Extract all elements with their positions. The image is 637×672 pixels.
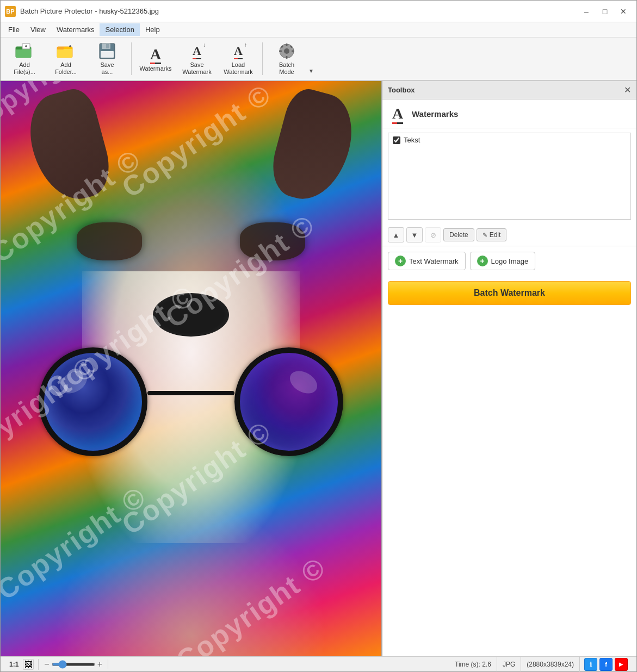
toolbox-watermarks-section: A Watermarks [382, 99, 636, 128]
add-logo-icon: + [477, 256, 488, 266]
add-files-button[interactable]: AddFile(s)... [5, 39, 44, 78]
watermark-item-tekst[interactable]: Tekst [388, 133, 630, 147]
svg-point-16 [284, 48, 289, 54]
move-down-button[interactable]: ▼ [406, 227, 423, 242]
eye-right [240, 222, 305, 260]
app-icon: BP [5, 6, 16, 17]
move-up-button[interactable]: ▲ [388, 227, 404, 242]
youtube-button[interactable]: ▶ [615, 658, 628, 671]
format-status: JPG [497, 657, 521, 672]
menu-watermarks[interactable]: Watermarks [51, 23, 100, 36]
watermarks-button[interactable]: A Watermarks [136, 39, 175, 78]
batch-mode-button[interactable]: BatchMode [267, 39, 306, 78]
glass-right [234, 347, 343, 456]
title-bar-left: BP Batch Picture Protector - husky-52123… [5, 6, 159, 17]
minimize-button[interactable]: – [578, 4, 595, 19]
add-text-watermark-label: Text Watermark [409, 257, 459, 265]
menu-bar: File View Watermarks Selection Help [1, 22, 636, 38]
add-folder-label: AddFolder... [55, 61, 77, 76]
save-as-icon [97, 42, 117, 60]
batch-dropdown-arrow[interactable]: ▼ [308, 39, 315, 78]
svg-rect-8 [57, 47, 64, 49]
zoom-thumbnail-button[interactable]: 🖼 [23, 659, 34, 670]
status-bar: 1:1 🖼 − + Time (s): 2.6 JPG (2880x3839x2… [1, 656, 636, 671]
save-watermark-label: SaveWatermark [182, 61, 211, 76]
chin-area [55, 505, 327, 668]
add-folder-icon [56, 42, 76, 60]
app-window: BP Batch Picture Protector - husky-52123… [0, 0, 637, 672]
menu-file[interactable]: File [3, 23, 25, 36]
delete-button[interactable]: Delete [443, 228, 474, 241]
image-panel: Copyright © Copyright © Copyright © Copy… [1, 81, 381, 668]
svg-rect-7 [57, 49, 72, 58]
add-files-icon [15, 42, 34, 60]
batch-watermark-button[interactable]: Batch Watermark [388, 281, 631, 305]
time-status: Time (s): 2.6 [449, 657, 497, 672]
window-controls: – □ ✕ [578, 4, 632, 19]
add-text-icon: + [395, 256, 406, 266]
watermarks-icon: A [146, 45, 165, 64]
watermarks-section-label: Watermarks [412, 109, 458, 119]
glasses-bridge [147, 391, 234, 395]
nose [153, 293, 229, 337]
toolbox-control-buttons: ▲ ▼ ⊘ Delete ✎ Edit [382, 224, 636, 246]
maximize-button[interactable]: □ [596, 4, 614, 19]
svg-rect-1 [16, 49, 31, 58]
save-as-label: Saveas... [100, 61, 114, 76]
zoom-plus-button[interactable]: + [96, 659, 103, 669]
add-watermark-row: + Text Watermark + Logo Image [382, 246, 636, 276]
svg-rect-19 [279, 50, 282, 52]
save-watermark-icon: A ↓ [187, 42, 207, 60]
zoom-slider-area: − + [39, 659, 108, 669]
watermark-checkbox-tekst[interactable] [393, 136, 400, 144]
watermarks-label: Watermarks [140, 65, 172, 72]
menu-view[interactable]: View [25, 23, 51, 36]
batch-mode-label: BatchMode [279, 61, 294, 76]
zoom-label: 1:1 [9, 661, 18, 668]
add-logo-image-button[interactable]: + Logo Image [470, 252, 536, 270]
watermark-item-label: Tekst [404, 136, 420, 144]
toolbox-close-button[interactable]: ✕ [624, 85, 631, 95]
menu-selection[interactable]: Selection [100, 23, 139, 36]
add-text-watermark-button[interactable]: + Text Watermark [388, 252, 466, 270]
zoom-control: 1:1 🖼 [5, 659, 39, 670]
load-watermark-label: LoadWatermark [224, 61, 252, 76]
svg-rect-20 [292, 50, 294, 52]
save-as-button[interactable]: Saveas... [88, 39, 127, 78]
image-canvas: Copyright © Copyright © Copyright © Copy… [1, 81, 381, 668]
batch-mode-icon [277, 42, 296, 60]
info-button[interactable]: ℹ [584, 658, 597, 671]
watermarks-list: Tekst [388, 133, 631, 220]
load-watermark-icon: A ↑ [228, 42, 248, 60]
svg-rect-18 [286, 56, 288, 59]
toolbar: AddFile(s)... AddFolder... [1, 38, 636, 81]
add-files-label: AddFile(s)... [14, 61, 35, 76]
svg-rect-17 [286, 43, 288, 46]
load-watermark-button[interactable]: A ↑ LoadWatermark [219, 39, 258, 78]
title-bar: BP Batch Picture Protector - husky-52123… [1, 1, 636, 22]
watermarks-section-icon: A [388, 104, 407, 123]
toolbar-separator-2 [262, 42, 263, 75]
add-logo-image-label: Logo Image [491, 257, 529, 265]
toolbox-title: Toolbox [388, 86, 415, 94]
zoom-minus-button[interactable]: − [43, 659, 50, 669]
dimensions-status: (2880x3839x24) [521, 657, 580, 672]
edit-button[interactable]: ✎ Edit [477, 228, 507, 241]
husky-image: Copyright © Copyright © Copyright © Copy… [1, 81, 381, 668]
facebook-button[interactable]: f [599, 658, 613, 671]
zoom-slider[interactable] [52, 663, 95, 666]
status-social-icons: ℹ f ▶ [580, 658, 632, 671]
menu-help[interactable]: Help [140, 23, 165, 36]
svg-rect-14 [101, 51, 114, 58]
window-title: Batch Picture Protector - husky-5212365.… [20, 7, 159, 15]
glass-left [39, 347, 147, 456]
content-wrapper: Copyright © Copyright © Copyright © Copy… [1, 81, 636, 671]
disable-button[interactable]: ⊘ [425, 227, 441, 242]
close-button[interactable]: ✕ [615, 4, 632, 19]
add-folder-button[interactable]: AddFolder... [46, 39, 85, 78]
toolbox-panel: Toolbox ✕ A Watermarks Tekst [381, 81, 636, 671]
svg-rect-2 [16, 47, 22, 49]
toolbox-titlebar: Toolbox ✕ [382, 81, 636, 99]
eye-left [77, 222, 142, 260]
save-watermark-button[interactable]: A ↓ SaveWatermark [177, 39, 217, 78]
